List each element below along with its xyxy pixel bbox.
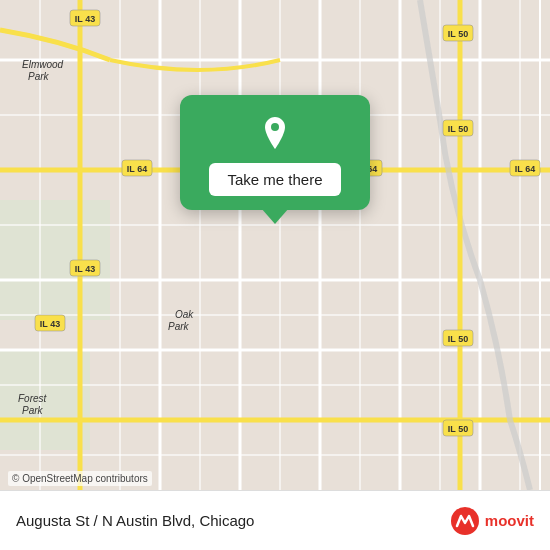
- svg-text:IL 50: IL 50: [448, 334, 468, 344]
- svg-text:Oak: Oak: [175, 309, 194, 320]
- moovit-label: moovit: [485, 512, 534, 529]
- svg-text:IL 64: IL 64: [515, 164, 535, 174]
- popup-card: Take me there: [180, 95, 370, 210]
- take-me-there-button[interactable]: Take me there: [209, 163, 340, 196]
- moovit-logo: moovit: [449, 505, 534, 537]
- svg-text:Elmwood: Elmwood: [22, 59, 64, 70]
- svg-text:IL 43: IL 43: [40, 319, 60, 329]
- svg-text:IL 64: IL 64: [127, 164, 147, 174]
- svg-point-55: [271, 123, 279, 131]
- moovit-icon: [449, 505, 481, 537]
- svg-text:IL 50: IL 50: [448, 29, 468, 39]
- location-pin-icon: [255, 113, 295, 153]
- location-label: Augusta St / N Austin Blvd, Chicago: [16, 512, 254, 529]
- svg-text:IL 50: IL 50: [448, 124, 468, 134]
- svg-text:Park: Park: [22, 405, 44, 416]
- svg-text:Forest: Forest: [18, 393, 48, 404]
- svg-text:IL 43: IL 43: [75, 264, 95, 274]
- svg-text:Park: Park: [28, 71, 50, 82]
- svg-text:IL 43: IL 43: [75, 14, 95, 24]
- map-container: IL 43 IL 50 IL 50 IL 64 IL 64 IL 64 IL 4…: [0, 0, 550, 490]
- svg-text:Park: Park: [168, 321, 190, 332]
- info-bar: Augusta St / N Austin Blvd, Chicago moov…: [0, 490, 550, 550]
- map-attribution: © OpenStreetMap contributors: [8, 471, 152, 486]
- svg-text:IL 50: IL 50: [448, 424, 468, 434]
